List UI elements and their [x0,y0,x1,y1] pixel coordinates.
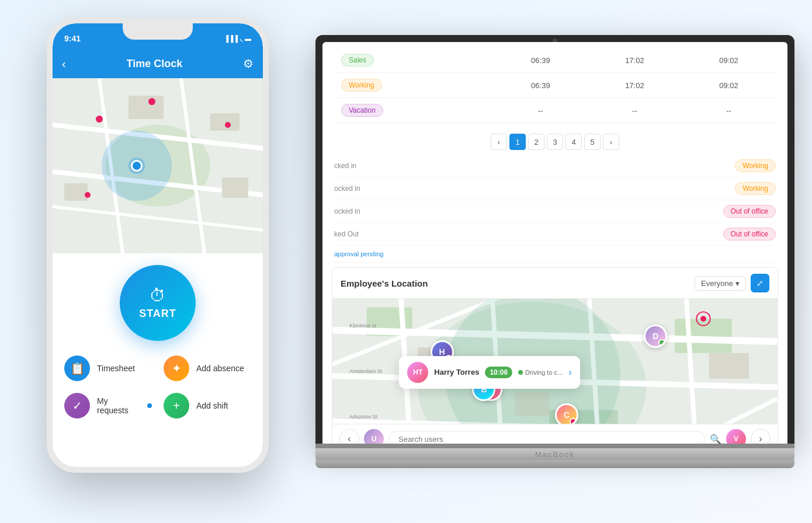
expand-map-button[interactable]: ⤢ [751,274,769,292]
table-section: Sales 06:39 17:02 09:02 Working 06:39 17… [322,42,787,129]
cell-time1: 06:39 [494,73,588,98]
my-requests-label: My requests [97,396,140,415]
svg-point-12 [148,98,155,105]
svg-point-42 [696,312,710,325]
add-shift-menu-item[interactable]: + Add shift [164,393,251,419]
table-row: Working 06:39 17:02 09:02 [334,73,776,98]
svg-rect-7 [129,96,164,119]
signal-icon: ▐▐▐ [224,35,238,42]
laptop-screen-outer: Sales 06:39 17:02 09:02 Working 06:39 17… [315,35,794,444]
svg-line-5 [181,78,204,253]
activity-section: cked in Working ocked in Working ocked i… [322,155,787,263]
svg-point-11 [96,116,103,123]
map-search-input[interactable] [388,431,705,444]
svg-line-27 [686,296,698,444]
search-icon: 🔍 [710,434,721,444]
svg-rect-17 [675,319,732,353]
popup-status-dot [518,370,523,375]
add-absence-label: Add absence [196,364,244,373]
activity-tag: Working [735,182,776,195]
activity-row: ked Out Out of office [334,223,776,246]
page-3-button[interactable]: 3 [547,134,563,150]
table-row: Sales 06:39 17:02 09:02 [334,48,776,73]
activity-tag: Out of office [723,228,776,240]
map-title: Employee's Location [341,278,428,288]
everyone-dropdown[interactable]: Everyone ▾ [695,276,746,291]
phone-inner: 9:41 ▐▐▐ ◟ ▬ ‹ Time Clock ⚙ [53,23,263,467]
start-section: ⏱ START [53,253,263,350]
svg-rect-10 [222,177,248,198]
add-absence-menu-item[interactable]: ✦ Add absence [164,355,251,381]
add-shift-icon: + [164,393,189,419]
phone-notch [123,23,193,40]
map-next-user-avatar[interactable]: V [726,429,746,444]
activity-action: ked Out [334,230,719,238]
activity-tag: Working [735,159,776,172]
location-dot [131,160,143,172]
back-button[interactable]: ‹ [62,57,66,71]
map-next-button[interactable]: › [751,429,771,444]
svg-text:Arlozorov St: Arlozorov St [349,414,377,420]
svg-rect-16 [367,308,412,336]
laptop-foot [315,460,794,468]
activity-row: ocked in Working [334,177,776,200]
svg-text:Klonimus st: Klonimus st [349,323,376,329]
svg-line-6 [53,207,263,230]
activity-row: cked in Working [334,155,776,177]
map-user-avatar[interactable]: U [364,429,384,444]
everyone-label: Everyone [701,279,733,288]
battery-icon: ▬ [245,35,251,42]
cell-dash1: -- [494,98,588,123]
page-1-button[interactable]: 1 [509,134,526,150]
popup-time-badge: 10:06 [485,367,512,378]
timesheet-menu-item[interactable]: 📋 Timesheet [64,355,152,381]
phone-frame: 9:41 ▐▐▐ ◟ ▬ ‹ Time Clock ⚙ [47,18,269,473]
page-4-button[interactable]: 4 [565,134,582,150]
employee-location-popup[interactable]: HT Harry Torres 10:06 Driving to c... › [399,356,579,389]
svg-rect-9 [64,183,88,201]
activity-action: cked in [334,162,730,170]
employee-map: Klonimus st Amsterdam St Arlozorov St Em… [332,296,778,444]
phone-menu: 📋 Timesheet ✦ Add absence ✓ My requests … [53,350,263,430]
my-requests-icon: ✓ [64,393,90,419]
popup-employee-name: Harry Torres [434,368,479,376]
phone-title: Time Clock [126,58,182,70]
svg-rect-8 [210,113,240,131]
svg-point-43 [700,316,706,322]
phone-device: 9:41 ▐▐▐ ◟ ▬ ‹ Time Clock ⚙ [47,18,269,473]
employee-map-section: Employee's Location Everyone ▾ ⤢ [332,267,778,444]
popup-status: Driving to c... [518,369,563,376]
settings-icon[interactable]: ⚙ [243,57,254,71]
add-shift-label: Add shift [196,401,228,410]
popup-status-text: Driving to c... [525,369,563,376]
notification-dot [147,403,152,408]
activity-action: ocked in [334,184,730,193]
laptop-base: MacBook [315,448,794,460]
table-row: Vacation -- -- -- [334,98,776,123]
activity-row: ocked in Out of office [334,200,776,223]
avatar-pin-5[interactable]: D [644,325,667,348]
avatar-pin-4[interactable]: C [555,403,578,427]
map-controls: Everyone ▾ ⤢ [695,274,769,292]
activity-row: approval pending [334,246,776,263]
start-label: START [139,308,176,320]
page-next-button[interactable]: › [603,134,619,150]
page-2-button[interactable]: 2 [528,134,544,150]
page-prev-button[interactable]: ‹ [491,134,507,150]
my-requests-menu-item[interactable]: ✓ My requests [64,393,152,419]
tag-sales: Sales [341,54,374,67]
cell-time1: 06:39 [494,48,588,73]
cell-dash2: -- [588,98,682,123]
start-button[interactable]: ⏱ START [120,265,196,341]
cell-time2: 17:02 [588,73,682,98]
phone-map [53,78,263,253]
svg-point-14 [85,192,91,198]
pagination: ‹ 1 2 3 4 5 › [322,129,787,155]
svg-text:Amsterdam St: Amsterdam St [349,368,382,374]
popup-navigate-icon[interactable]: › [568,367,571,378]
timer-icon: ⏱ [150,286,166,305]
page-5-button[interactable]: 5 [584,134,601,150]
activity-tag: Out of office [723,205,776,218]
chevron-down-icon: ▾ [735,279,740,288]
map-prev-button[interactable]: ‹ [339,429,359,444]
